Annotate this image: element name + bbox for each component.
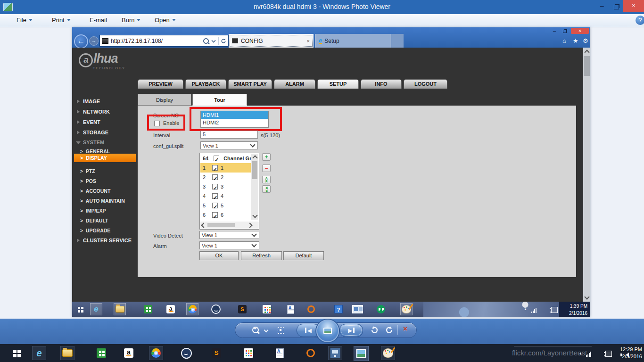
sidebar-item-upgrade[interactable]: >UPGRADE — [72, 227, 138, 234]
vertical-scrollbar[interactable] — [251, 154, 258, 220]
rotate-right-icon[interactable] — [385, 326, 394, 334]
page-scrollbar[interactable] — [583, 48, 590, 302]
taskbar-sublime-text[interactable]: S — [209, 346, 223, 360]
taskbar-remote-desktop[interactable] — [328, 346, 342, 360]
horizontal-scrollbar[interactable] — [200, 222, 259, 229]
taskbar-clock[interactable]: 12:29 PM 2/3/2016 — [611, 346, 642, 361]
chevron-down-icon[interactable] — [211, 38, 215, 42]
tab-config[interactable]: CONFIG × — [229, 34, 314, 48]
help-icon[interactable]: ? — [636, 16, 644, 25]
scroll-up-icon[interactable] — [584, 49, 589, 55]
split-select[interactable]: View 1 — [200, 141, 258, 149]
channel-row-4[interactable]: 44 — [200, 191, 251, 201]
add-button[interactable]: + — [262, 153, 271, 161]
taskbar-windows-store[interactable] — [94, 346, 108, 360]
taskbar-chrome[interactable] — [149, 346, 163, 360]
actual-size-icon[interactable] — [278, 327, 284, 336]
next-button[interactable]: ▶ — [339, 324, 363, 337]
scroll-right-icon[interactable] — [247, 222, 252, 228]
scroll-down-icon[interactable] — [584, 294, 589, 299]
tab-preview[interactable]: PREVIEW — [138, 79, 183, 89]
channel-checkbox[interactable] — [212, 203, 218, 208]
sidebar-item-default[interactable]: >DEFAULT — [72, 217, 138, 224]
favorites-star-icon[interactable]: ★ — [573, 37, 578, 44]
new-tab-button[interactable] — [391, 34, 404, 48]
channel-group-listbox[interactable]: 64 Channel Group 11 22 33 44 55 66 — [199, 153, 259, 230]
default-button[interactable]: Default — [283, 251, 324, 260]
sidebar-item-display[interactable]: >DISPLAY — [74, 154, 136, 162]
tab-display[interactable]: Display — [138, 94, 191, 106]
close-button[interactable]: × — [623, 0, 644, 12]
tab-setup[interactable]: e Setup — [315, 34, 391, 48]
ok-button[interactable]: OK — [199, 251, 239, 260]
ie-restore-button[interactable] — [561, 28, 568, 34]
menu-email[interactable]: E-mail — [90, 16, 107, 24]
url-text[interactable]: http://172.16.17.108/ — [111, 38, 203, 44]
tools-gear-icon[interactable]: ⚙ — [583, 37, 588, 44]
taskbar-orange-ring-app[interactable] — [304, 346, 318, 360]
sidebar-item-cluster-service[interactable]: CLUSTER SERVICE — [72, 236, 138, 245]
channel-checkbox[interactable] — [212, 184, 218, 189]
home-icon[interactable]: ⌂ — [562, 37, 566, 44]
tab-tour[interactable]: Tour — [192, 94, 247, 106]
taskbar-hipchat[interactable] — [179, 346, 193, 360]
taskbar-app-grid[interactable] — [241, 346, 256, 360]
scroll-up-icon[interactable] — [252, 155, 257, 160]
channel-checkbox[interactable] — [212, 193, 218, 199]
tab-alarm[interactable]: ALARM — [274, 79, 315, 89]
move-down-button[interactable]: «« — [262, 185, 271, 193]
search-icon[interactable] — [203, 38, 209, 44]
menu-print[interactable]: Print — [52, 16, 71, 24]
refresh-button[interactable]: Refresh — [241, 251, 282, 260]
sidebar-item-image[interactable]: IMAGE — [72, 97, 138, 106]
select-all-checkbox[interactable] — [214, 156, 219, 161]
scrollbar-thumb[interactable] — [584, 56, 590, 76]
back-button[interactable]: ← — [74, 34, 88, 49]
menu-file[interactable]: File — [17, 16, 33, 24]
channel-row-2[interactable]: 22 — [200, 173, 251, 182]
interval-input[interactable]: 5 — [200, 131, 258, 139]
minimize-button[interactable]: – — [595, 0, 609, 12]
taskbar-internet-explorer[interactable]: e — [32, 346, 46, 360]
tab-logout[interactable]: LOGOUT — [404, 79, 447, 89]
sidebar-item-pos[interactable]: >POS — [72, 177, 138, 185]
sidebar-item-imp-exp[interactable]: >IMP/EXP — [72, 207, 138, 214]
zoom-icon[interactable] — [252, 327, 259, 335]
delete-icon[interactable]: × — [403, 325, 407, 333]
channel-header-row[interactable]: 64 Channel Group — [200, 154, 251, 163]
address-bar[interactable]: http://172.16.17.108/ — [99, 35, 229, 47]
video-detect-select[interactable]: View 1 — [199, 231, 259, 239]
restore-button[interactable] — [609, 0, 623, 12]
scroll-down-icon[interactable] — [252, 213, 257, 218]
taskbar-amazon[interactable]: a — [122, 346, 136, 360]
network-signal-icon[interactable] — [586, 352, 593, 357]
scrollbar-thumb[interactable] — [252, 161, 257, 179]
alarm-select[interactable]: View 1 — [199, 241, 259, 249]
taskbar-word-viewer[interactable]: A — [272, 346, 287, 360]
channel-row-1[interactable]: 11 — [200, 163, 251, 173]
channel-row-6[interactable]: 66 — [200, 210, 251, 220]
tab-smart-play[interactable]: SMART PLAY — [228, 79, 272, 89]
remove-button[interactable]: − — [262, 165, 271, 172]
start-button[interactable] — [9, 346, 24, 360]
channel-checkbox[interactable] — [212, 212, 218, 218]
ie-close-button[interactable]: × — [571, 28, 589, 34]
taskbar-paint[interactable] — [381, 346, 395, 360]
scrollbar-thumb[interactable] — [207, 223, 235, 227]
tab-playback[interactable]: PLAYBACK — [185, 79, 226, 89]
channel-checkbox[interactable] — [212, 165, 218, 171]
channel-row-5[interactable]: 55 — [200, 201, 251, 210]
scroll-left-icon[interactable] — [201, 222, 206, 228]
tab-close-icon[interactable]: × — [307, 38, 310, 44]
tray-up-arrow-icon[interactable]: ▲ — [579, 352, 582, 355]
chevron-down-icon[interactable] — [264, 328, 269, 333]
taskbar-photo-viewer[interactable] — [354, 346, 369, 361]
sidebar-item-auto-maintain[interactable]: >AUTO MAINTAIN — [72, 197, 138, 205]
sidebar-item-event[interactable]: EVENT — [72, 118, 138, 126]
ie-minimize-button[interactable]: – — [551, 28, 558, 34]
taskbar-file-explorer[interactable] — [60, 346, 74, 360]
rotate-left-icon[interactable] — [370, 326, 379, 334]
refresh-icon[interactable] — [221, 38, 226, 44]
channel-checkbox[interactable] — [212, 174, 218, 180]
menu-burn[interactable]: Burn — [122, 16, 140, 24]
